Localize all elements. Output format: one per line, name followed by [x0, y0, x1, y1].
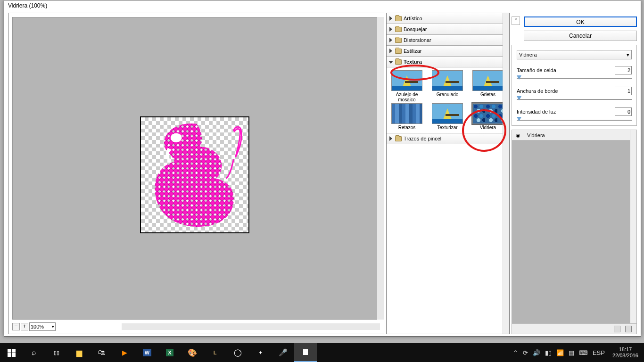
folder-icon	[395, 27, 402, 32]
taskbar-app-lol[interactable]: L	[204, 343, 226, 362]
tray-network-icon[interactable]: 📶	[556, 349, 564, 356]
preview-scrollbar-vertical[interactable]	[377, 17, 384, 320]
category-textura[interactable]: Textura	[387, 57, 509, 67]
tray-keyboard-icon[interactable]: ⌨	[579, 349, 588, 356]
search-button[interactable]: ⌕	[23, 343, 45, 362]
setting-label: Tamaño de celda	[517, 67, 556, 73]
zoom-in-button[interactable]: +	[21, 323, 28, 330]
tamano-de-celda-slider[interactable]	[517, 77, 632, 80]
svg-point-1	[171, 133, 182, 142]
preview-image	[140, 116, 249, 233]
thumb-grietas[interactable]: Grietas	[470, 70, 506, 102]
zoom-value: 100%	[31, 324, 44, 329]
category-estilizar[interactable]: Estilizar	[387, 46, 509, 57]
tray-volume-icon[interactable]: 🔊	[533, 349, 540, 356]
taskbar-app-chrome[interactable]: ◯	[226, 343, 249, 362]
taskbar-app-paint[interactable]: 🎨	[181, 343, 204, 362]
taskbar-app-media[interactable]: ▶	[113, 343, 136, 362]
word-icon: W	[143, 349, 151, 356]
taskbar-app-word[interactable]: W	[136, 343, 158, 362]
search-icon: ⌕	[32, 348, 36, 357]
windows-taskbar: ⌕ ▯▯ ▆ 🛍 ▶ W X 🎨 L ◯ ✦ 🎤 ⌃ ⟳ 🔊 ▮▯ 📶 ▤ ⌨ …	[0, 343, 644, 362]
visibility-eye-icon[interactable]: ◉	[512, 130, 524, 140]
folder-icon	[395, 49, 402, 54]
document-icon	[303, 349, 308, 355]
tray-action-center-icon[interactable]: ▤	[569, 349, 574, 356]
setting-intensidad-de-luz: Intensidad de luz	[517, 107, 632, 122]
cancel-button[interactable]: Cancelar	[524, 31, 637, 41]
filter-select-combo[interactable]: Vidriera ▾	[517, 50, 632, 59]
setting-tamano-de-celda: Tamaño de celda	[517, 66, 632, 80]
taskbar-app-generic1[interactable]: ✦	[249, 343, 272, 362]
store-icon: 🛍	[98, 348, 106, 357]
folder-icon	[395, 136, 402, 141]
category-artistico[interactable]: Artístico	[387, 13, 509, 24]
filter-gallery-pane: Artístico Bosquejar Distorsionar Estiliz…	[386, 13, 510, 334]
settings-pane: ⌃ OK Cancelar Vidriera ▾ Tamaño de celda…	[512, 13, 637, 334]
taskbar-app-excel[interactable]: X	[158, 343, 181, 362]
collapse-toggle-icon[interactable]: ⌃	[512, 16, 520, 25]
thumb-retazos[interactable]: Retazos	[388, 103, 425, 130]
category-trazos-de-pincel[interactable]: Trazos de pincel	[387, 133, 509, 144]
thumb-vidriera[interactable]: Vidriera	[470, 103, 506, 130]
thumb-azulejo-de-mosaico[interactable]: Azulejo de mosaico	[388, 70, 425, 102]
microphone-icon: 🎤	[279, 348, 288, 357]
windows-logo-icon	[8, 349, 16, 357]
setting-label: Anchura de borde	[517, 88, 558, 94]
preview-scrollbar-horizontal[interactable]	[122, 323, 380, 330]
tray-language-indicator[interactable]: ESP	[593, 349, 605, 356]
thumb-granulado[interactable]: Granulado	[429, 70, 466, 102]
taskbar-app-notepad[interactable]	[294, 343, 317, 362]
delete-effect-layer-icon[interactable]	[625, 326, 632, 332]
tray-battery-icon[interactable]: ▮▯	[545, 349, 552, 356]
effect-layers-box: ◉ Vidriera	[512, 130, 637, 334]
intensidad-de-luz-input[interactable]	[615, 107, 632, 116]
category-distorsionar[interactable]: Distorsionar	[387, 35, 509, 46]
chrome-icon: ◯	[234, 348, 242, 357]
layers-scrollbar-vertical[interactable]	[630, 130, 636, 323]
chevron-down-icon: ▾	[627, 52, 629, 58]
effect-layer-row[interactable]: ◉ Vidriera	[512, 130, 636, 140]
dialog-title: Vidriera (100%)	[4, 0, 641, 11]
chevron-down-icon: ▾	[52, 324, 54, 329]
start-button[interactable]	[0, 343, 23, 362]
tray-sync-icon[interactable]: ⟳	[523, 349, 528, 356]
league-icon: L	[214, 350, 217, 355]
tray-overflow-chevron-icon[interactable]: ⌃	[513, 349, 518, 356]
texture-thumbnails: Azulejo de mosaico Granulado Grietas Ret…	[387, 67, 509, 133]
tamano-de-celda-input[interactable]	[615, 66, 632, 74]
folder-icon	[395, 59, 402, 65]
task-view-button[interactable]: ▯▯	[45, 343, 68, 362]
task-view-icon: ▯▯	[54, 350, 59, 356]
anchura-de-borde-input[interactable]	[615, 87, 632, 95]
intensidad-de-luz-slider[interactable]	[517, 119, 632, 122]
app-icon: ✦	[258, 350, 263, 356]
folder-icon: ▆	[76, 348, 82, 357]
play-icon: ▶	[122, 349, 127, 356]
anchura-de-borde-slider[interactable]	[517, 98, 632, 101]
thumb-texturizar[interactable]: Texturizar	[429, 103, 466, 130]
folder-icon	[395, 38, 402, 43]
taskbar-app-explorer[interactable]: ▆	[68, 343, 91, 362]
new-effect-layer-icon[interactable]	[614, 326, 620, 332]
excel-icon: X	[166, 349, 173, 356]
zoom-out-button[interactable]: −	[12, 323, 20, 330]
taskbar-clock[interactable]: 18:17 22/08/2016	[610, 346, 641, 359]
zoom-level-combo[interactable]: 100% ▾	[29, 322, 56, 331]
preview-pane: − + 100% ▾	[8, 13, 384, 334]
filter-gallery-dialog: Vidriera (100%) − + 100%	[4, 0, 641, 337]
palette-icon: 🎨	[188, 348, 197, 357]
preview-canvas[interactable]	[12, 17, 380, 320]
setting-anchura-de-borde: Anchura de borde	[517, 87, 632, 101]
category-bosquejar[interactable]: Bosquejar	[387, 24, 509, 35]
setting-label: Intensidad de luz	[517, 109, 556, 115]
taskbar-app-mic[interactable]: 🎤	[272, 343, 294, 362]
folder-icon	[395, 16, 402, 21]
taskbar-app-store[interactable]: 🛍	[91, 343, 113, 362]
layers-footer	[512, 323, 636, 334]
gallery-scrollbar-vertical[interactable]	[503, 13, 509, 334]
ok-button[interactable]: OK	[524, 16, 637, 27]
filter-settings-box: Vidriera ▾ Tamaño de celda Anchura de bo…	[512, 45, 637, 126]
